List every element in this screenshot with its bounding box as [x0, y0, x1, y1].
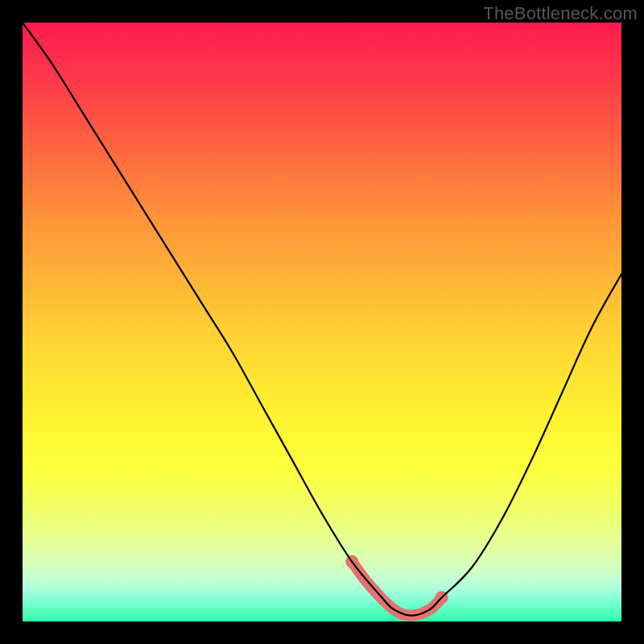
plot-area	[23, 23, 621, 621]
watermark-text: TheBottleneck.com	[483, 3, 638, 24]
curve-svg	[23, 23, 621, 621]
bottleneck-accent-segment	[352, 562, 442, 616]
chart-frame: TheBottleneck.com	[0, 0, 644, 644]
bottleneck-curve-line	[23, 23, 621, 616]
